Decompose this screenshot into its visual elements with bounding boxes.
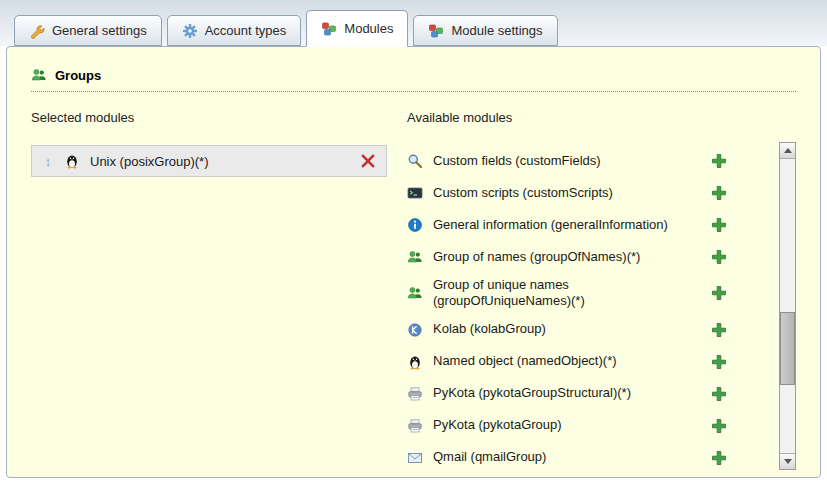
module-columns: Selected modules ↕ Unix (posixGroup)(*) …	[31, 110, 796, 474]
modules-panel: Groups Selected modules ↕ Unix (posixGro…	[6, 46, 821, 478]
tab-modules[interactable]: Modules	[306, 10, 408, 47]
mail-icon	[407, 450, 423, 466]
tab-label: Module settings	[451, 23, 542, 38]
tab-account-types[interactable]: Account types	[167, 15, 302, 46]
add-module-button[interactable]	[711, 153, 727, 169]
tab-module-settings[interactable]: Module settings	[413, 15, 557, 46]
modules-icon	[428, 23, 444, 39]
available-module-row: PyKota (pykotaGroupStructural)(*)	[407, 378, 762, 410]
selected-modules-heading: Selected modules	[31, 110, 387, 125]
printer-icon	[407, 418, 423, 434]
tab-general-settings[interactable]: General settings	[14, 15, 162, 46]
magnifier-icon	[407, 153, 423, 169]
module-label: Named object (namedObject)(*)	[433, 353, 701, 369]
group-icon	[407, 249, 423, 265]
module-label: Group of names (groupOfNames)(*)	[433, 249, 701, 265]
module-label: Qmail (qmailGroup)	[433, 449, 701, 465]
scrollbar-thumb[interactable]	[780, 312, 795, 385]
available-module-row: Group of unique names (groupOfUniqueName…	[407, 273, 762, 314]
available-module-row: Group of names (groupOfNames)(*)	[407, 241, 762, 273]
delete-module-button[interactable]	[360, 153, 376, 169]
tab-label: General settings	[52, 23, 147, 38]
tux-icon	[407, 354, 423, 370]
plus-icon	[711, 386, 727, 402]
available-module-row: Named object (namedObject)(*)	[407, 346, 762, 378]
group-icon	[407, 285, 423, 301]
add-module-button[interactable]	[711, 418, 727, 434]
printer-icon	[407, 386, 423, 402]
terminal-icon	[407, 185, 423, 201]
group-icon	[31, 67, 47, 83]
selected-module-label: Unix (posixGroup)(*)	[90, 154, 350, 169]
available-modules-list: Custom fields (customFields) Custom scri…	[407, 145, 796, 474]
add-module-button[interactable]	[711, 450, 727, 466]
available-module-row: Custom fields (customFields)	[407, 145, 762, 177]
scrollbar-track[interactable]	[780, 159, 795, 453]
plus-icon	[711, 450, 727, 466]
add-module-button[interactable]	[711, 322, 727, 338]
plus-icon	[711, 418, 727, 434]
tab-label: Modules	[344, 21, 393, 36]
modules-icon	[321, 21, 337, 37]
selected-modules-column: Selected modules ↕ Unix (posixGroup)(*)	[31, 110, 387, 474]
up-arrow-icon	[784, 148, 792, 153]
delete-x-icon	[360, 153, 376, 169]
scroll-down-button[interactable]	[780, 453, 795, 469]
wrench-icon	[29, 23, 45, 39]
available-module-row: Qmail (qmailGroup)	[407, 442, 762, 474]
plus-icon	[711, 185, 727, 201]
available-modules-column: Available modules Custom fields (customF…	[407, 110, 796, 474]
drag-handle-icon[interactable]: ↕	[42, 154, 54, 169]
module-label: General information (generalInformation)	[433, 217, 701, 233]
section-title: Groups	[55, 68, 101, 83]
available-module-row: Kolab (kolabGroup)	[407, 314, 762, 346]
plus-icon	[711, 217, 727, 233]
down-arrow-icon	[784, 459, 792, 464]
plus-icon	[711, 354, 727, 370]
tab-label: Account types	[205, 23, 287, 38]
available-module-row: General information (generalInformation)	[407, 209, 762, 241]
tux-icon	[64, 153, 80, 169]
module-label: PyKota (pykotaGroup)	[433, 417, 701, 433]
add-module-button[interactable]	[711, 185, 727, 201]
add-module-button[interactable]	[711, 249, 727, 265]
plus-icon	[711, 153, 727, 169]
settings-tab-bar: General settings Account types Modules M…	[14, 9, 558, 46]
module-label: Kolab (kolabGroup)	[433, 321, 701, 337]
groups-section-header: Groups	[31, 67, 796, 92]
available-module-row: PyKota (pykotaGroup)	[407, 410, 762, 442]
module-label: Custom fields (customFields)	[433, 153, 701, 169]
scroll-up-button[interactable]	[780, 143, 795, 159]
available-module-row: Custom scripts (customScripts)	[407, 177, 762, 209]
add-module-button[interactable]	[711, 285, 727, 301]
add-module-button[interactable]	[711, 386, 727, 402]
gear-icon	[182, 23, 198, 39]
plus-icon	[711, 322, 727, 338]
add-module-button[interactable]	[711, 354, 727, 370]
available-modules-heading: Available modules	[407, 110, 796, 125]
module-label: Custom scripts (customScripts)	[433, 185, 701, 201]
kolab-icon	[407, 322, 423, 338]
plus-icon	[711, 285, 727, 301]
module-label: Group of unique names (groupOfUniqueName…	[433, 277, 701, 310]
available-modules-scrollbar[interactable]	[779, 142, 796, 470]
selected-module-row[interactable]: ↕ Unix (posixGroup)(*)	[31, 145, 387, 177]
info-icon	[407, 217, 423, 233]
module-label: PyKota (pykotaGroupStructural)(*)	[433, 385, 701, 401]
add-module-button[interactable]	[711, 217, 727, 233]
plus-icon	[711, 249, 727, 265]
